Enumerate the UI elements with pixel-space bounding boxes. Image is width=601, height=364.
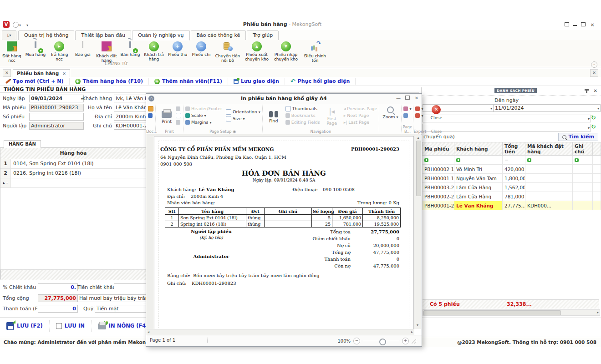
zoom-in-icon[interactable]: + bbox=[402, 338, 409, 344]
tab-thiet-lap-ban-dau[interactable]: Thiết lập ban đầu bbox=[75, 30, 131, 40]
refresh-icon[interactable] bbox=[591, 124, 596, 130]
preview-horizontal-scrollbar[interactable]: ◂ ▸ bbox=[146, 329, 414, 335]
restore-icon[interactable] bbox=[580, 22, 586, 28]
col-ma-phieu[interactable]: Mã phiếu bbox=[423, 142, 454, 156]
tab-close-left-icon[interactable]: ✕ bbox=[3, 69, 11, 77]
watermark-button[interactable] bbox=[403, 112, 411, 119]
filter-icon[interactable] bbox=[527, 158, 531, 162]
ribbon-tra-hang-ncc[interactable]: Trả hàng ncc bbox=[47, 40, 71, 61]
tab-quan-tri-he-thong[interactable]: Quản trị hệ thống bbox=[18, 30, 74, 40]
send-document-button[interactable] bbox=[415, 112, 423, 119]
options-button[interactable] bbox=[176, 112, 181, 119]
filter-combo-2[interactable] bbox=[423, 124, 591, 131]
scroll-down-icon[interactable]: ▾ bbox=[417, 323, 418, 328]
checkbox-icon[interactable] bbox=[56, 323, 62, 329]
undo-icon bbox=[290, 79, 295, 84]
find-button[interactable]: Find bbox=[265, 105, 283, 128]
close-preview-button[interactable]: ✕Close bbox=[427, 105, 445, 120]
ribbon-ban-hang[interactable]: Bán hàng bbox=[118, 40, 142, 57]
scroll-right-icon[interactable]: ▸ bbox=[411, 329, 413, 335]
table-row[interactable]: PBH00002-1...Võ Minh Trí 420,000 bbox=[423, 165, 601, 174]
filter-icon[interactable] bbox=[456, 158, 460, 162]
tab-tro-giup[interactable]: Trợ giúp bbox=[247, 30, 279, 40]
margins-button[interactable]: Margins bbox=[185, 119, 222, 126]
chiet-khau-field[interactable]: 0. bbox=[38, 283, 78, 291]
minimize-icon[interactable] bbox=[572, 22, 578, 28]
table-row[interactable]: PBH00003-2...Lâm Cửa Hàng 1,562,000 bbox=[423, 183, 601, 192]
scale-button[interactable]: Scale bbox=[185, 112, 222, 119]
page-color-button[interactable] bbox=[403, 105, 411, 112]
zoom-slider[interactable] bbox=[363, 341, 399, 341]
customer-label: Khách hàng: bbox=[167, 187, 196, 192]
scroll-up-icon[interactable]: ▴ bbox=[417, 136, 419, 140]
dialog-titlebar[interactable]: ⎙ In phiếu bán hàng khổ giấy A4 — ✕ bbox=[146, 94, 422, 104]
ribbon-phieu-chi[interactable]: Phiếu chi bbox=[189, 40, 213, 57]
pin-icon[interactable] bbox=[586, 89, 587, 93]
den-ngay-field[interactable]: 11/01/2024 bbox=[493, 104, 601, 112]
refresh-icon[interactable] bbox=[591, 115, 596, 121]
quick-print-button[interactable] bbox=[176, 105, 181, 112]
ribbon-dat-hang-ncc[interactable]: Đặt hàng ncc bbox=[0, 40, 24, 63]
col-khach-hang[interactable]: Khách hàng bbox=[454, 142, 503, 156]
panel-horizontal-scrollbar[interactable]: ▸ bbox=[423, 309, 600, 316]
zoom-slider-thumb[interactable] bbox=[379, 339, 386, 345]
scroll-right-icon[interactable]: ▸ bbox=[597, 310, 599, 315]
export-document-button[interactable] bbox=[415, 105, 423, 112]
preview-vertical-scrollbar[interactable]: ▴ ▾ bbox=[415, 134, 421, 329]
scroll-left-icon[interactable]: ◂ bbox=[148, 329, 149, 335]
panel-close-icon[interactable]: ✕ bbox=[594, 88, 597, 93]
orientation-button[interactable]: Orientation bbox=[226, 108, 260, 115]
table-row[interactable]: PBH00001-1...Nguyễn Văn Tam 1,800,000 bbox=[423, 174, 601, 183]
ribbon-phieu-xuat-chuyen-kho[interactable]: Phiếu xuất chuyển kho bbox=[242, 40, 271, 61]
col-tong-tien[interactable]: Tổng tiền bbox=[503, 142, 525, 156]
tab-close-right-icon[interactable]: ✕ bbox=[590, 69, 598, 77]
dialog-maximize-icon[interactable] bbox=[404, 96, 411, 101]
ribbon-mua-hang[interactable]: Mua hàng bbox=[24, 40, 47, 57]
print-button[interactable]: Print bbox=[158, 105, 176, 128]
hang-ban-tab[interactable]: HÀNG BÁN bbox=[4, 140, 41, 148]
tab-quan-ly-nghiep-vu[interactable]: Quản lý nghiệp vụ bbox=[132, 30, 190, 40]
tab-phieu-ban-hang[interactable]: Phiếu bán hàng✕ bbox=[13, 69, 70, 77]
app-menu-button[interactable]: ▯ bbox=[2, 30, 16, 40]
filter-icon[interactable] bbox=[424, 158, 428, 162]
clipboard-button[interactable] bbox=[176, 119, 181, 126]
header-footer-button: Header/Footer bbox=[185, 105, 222, 112]
new-button[interactable]: Tạo mới (Ctrl + N) bbox=[0, 78, 70, 85]
resize-grip[interactable] bbox=[412, 339, 416, 344]
open-button[interactable] bbox=[148, 105, 153, 112]
ribbon-phieu-thu[interactable]: Phiếu thu bbox=[166, 40, 189, 57]
ribbon-collapse-icon[interactable]: ⌄ bbox=[591, 61, 597, 68]
tab-bao-cao-thong-ke[interactable]: Báo cáo thống kê bbox=[191, 30, 246, 40]
save-layout-button[interactable]: Lưu giao diện bbox=[228, 78, 285, 85]
dialog-close-icon[interactable]: ✕ bbox=[413, 96, 420, 101]
ribbon-bao-gia[interactable]: Báo giá bbox=[71, 40, 95, 57]
ribbon-chuyen-tien-noi-bo[interactable]: Chuyển tiền nội bộ bbox=[213, 40, 242, 63]
ribbon-khach-tra-hang[interactable]: Khách trả hàng bbox=[142, 40, 166, 61]
zoom-button[interactable]: Zoom bbox=[381, 105, 399, 119]
save-doc-button[interactable] bbox=[148, 112, 153, 119]
restore-layout-button[interactable]: Phục hồi giao diện bbox=[285, 78, 356, 85]
thumbnails-button[interactable]: Thumbnails bbox=[285, 105, 320, 112]
filter-icon[interactable] bbox=[575, 158, 579, 162]
table-row-selected[interactable]: PBH00001-2...Lê Văn Kháng 27,775,... KDH… bbox=[423, 201, 601, 210]
dialog-minimize-icon[interactable]: — bbox=[395, 96, 402, 101]
add-staff-button[interactable]: Thêm nhân viên(F11) bbox=[149, 78, 228, 85]
size-button[interactable]: Size bbox=[226, 115, 260, 122]
tab-close-icon[interactable]: ✕ bbox=[62, 71, 66, 76]
save-icon bbox=[6, 322, 14, 330]
close-icon[interactable]: × bbox=[589, 22, 596, 28]
zoom-out-icon[interactable]: − bbox=[353, 338, 360, 344]
ribbon-khach-dat-hang[interactable]: Khách đặt hàng bbox=[95, 40, 118, 63]
save-print-checkbox[interactable]: LƯU IN bbox=[50, 320, 92, 332]
add-item-button[interactable]: Thêm hàng hóa (F10) bbox=[70, 78, 149, 85]
filter-combo-1[interactable] bbox=[423, 115, 591, 122]
search-button[interactable]: Tìm kiếm bbox=[558, 133, 598, 141]
col-ghi-chu[interactable]: Ghi chú bbox=[573, 142, 593, 156]
table-row[interactable]: PBH00002-2...Lâm Cửa Hàng 781,000 bbox=[423, 192, 601, 201]
pin-window-icon[interactable] bbox=[564, 22, 570, 28]
thanh-toan-field[interactable]: 0 bbox=[38, 305, 78, 313]
ribbon-dieu-chinh-ton[interactable]: Điều chỉnh tồn bbox=[300, 40, 330, 63]
col-ma-khach-dat-hang[interactable]: Mã khách đặt hàng bbox=[525, 142, 573, 156]
save-button[interactable]: LƯU (F2) bbox=[0, 320, 50, 332]
ribbon-phieu-nhap-chuyen-kho[interactable]: Phiếu nhập chuyển kho bbox=[271, 40, 300, 61]
